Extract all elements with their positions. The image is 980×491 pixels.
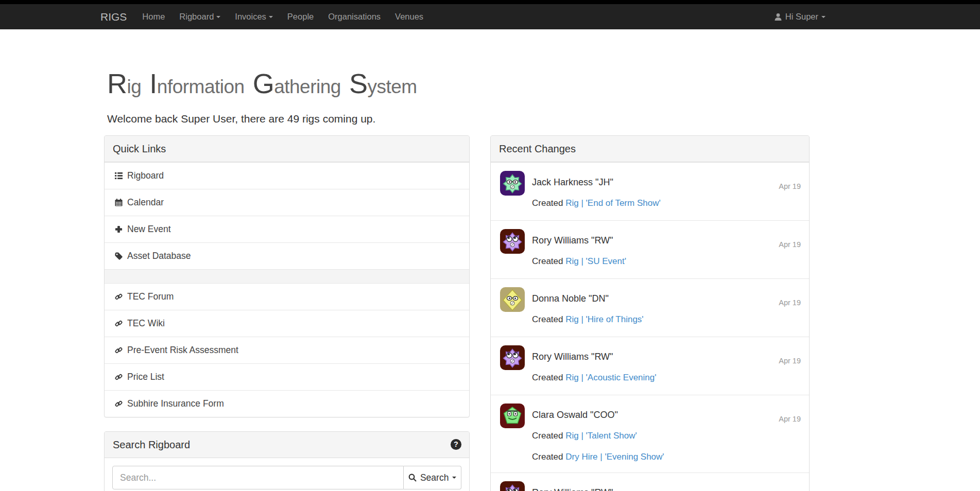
search-input[interactable] bbox=[112, 466, 404, 489]
recent-change-row: Apr 19 Rory Williams "RW" bbox=[491, 472, 809, 491]
chevron-down-icon bbox=[216, 16, 220, 18]
change-date: Apr 19 bbox=[779, 182, 801, 190]
recent-change-row: Apr 19 Donna Noble "DN" Created Rig | 'H… bbox=[491, 278, 809, 337]
nav-item-people[interactable]: People bbox=[280, 4, 321, 29]
change-link[interactable]: Rig | 'Acoustic Evening' bbox=[565, 373, 656, 382]
action-verb: Created bbox=[532, 198, 563, 208]
change-date: Apr 19 bbox=[779, 415, 801, 423]
avatar bbox=[500, 287, 525, 312]
person-name: Donna Noble "DN" bbox=[532, 293, 801, 304]
action-verb: Created bbox=[532, 373, 563, 382]
person-name: Clara Oswald "COO" bbox=[532, 410, 801, 420]
action-verb: Created bbox=[532, 314, 563, 324]
chevron-down-icon bbox=[821, 16, 826, 18]
brand-link[interactable]: RIGS bbox=[100, 11, 127, 23]
change-link[interactable]: Rig | 'Hire of Things' bbox=[565, 314, 643, 324]
search-button[interactable]: Search bbox=[404, 466, 461, 489]
nav-item-rigboard[interactable]: Rigboard bbox=[172, 4, 228, 29]
quick-link-pre-event-risk-assessment[interactable]: Pre-Event Risk Assessment bbox=[105, 337, 469, 363]
action-verb: Created bbox=[532, 452, 563, 462]
change-link[interactable]: Rig | 'SU Event' bbox=[565, 256, 626, 266]
nav-item-organisations[interactable]: Organisations bbox=[321, 4, 388, 29]
avatar bbox=[500, 481, 525, 491]
page-title: RigInformationGatheringSystem bbox=[107, 69, 980, 97]
user-menu[interactable]: Hi Super bbox=[774, 4, 826, 29]
nav-item-venues[interactable]: Venues bbox=[388, 4, 431, 29]
change-date: Apr 19 bbox=[779, 299, 801, 307]
plus-icon bbox=[115, 225, 123, 233]
link-icon bbox=[115, 293, 123, 301]
change-link[interactable]: Rig | 'End of Term Show' bbox=[565, 198, 660, 208]
quick-link-price-list[interactable]: Price List bbox=[105, 363, 469, 390]
quick-link-tec-wiki[interactable]: TEC Wiki bbox=[105, 310, 469, 337]
nav-item-home[interactable]: Home bbox=[135, 4, 172, 29]
link-icon bbox=[115, 400, 123, 408]
quick-link-rigboard[interactable]: Rigboard bbox=[105, 162, 469, 189]
link-icon bbox=[115, 346, 123, 354]
link-icon bbox=[115, 373, 123, 381]
user-greeting: Hi Super bbox=[785, 12, 818, 22]
quick-link-tec-forum[interactable]: TEC Forum bbox=[105, 283, 469, 310]
person-name: Jack Harkness "JH" bbox=[532, 177, 801, 188]
page-content: RigInformationGatheringSystem Welcome ba… bbox=[0, 69, 980, 491]
avatar bbox=[500, 345, 525, 370]
person-name: Rory Williams "RW" bbox=[532, 352, 801, 362]
quick-link-new-event[interactable]: New Event bbox=[105, 216, 469, 242]
person-name: Rory Williams "RW" bbox=[532, 235, 801, 246]
quick-links-separator bbox=[105, 269, 469, 283]
quick-links-title: Quick Links bbox=[105, 136, 469, 162]
chevron-down-icon bbox=[269, 16, 273, 18]
change-link[interactable]: Rig | 'Talent Show' bbox=[565, 431, 637, 441]
avatar bbox=[500, 171, 525, 196]
quick-links-panel: Quick Links Rigboard bbox=[104, 135, 470, 417]
avatar bbox=[500, 404, 525, 428]
quick-link-subhire-insurance-form[interactable]: Subhire Insurance Form bbox=[105, 390, 469, 417]
change-date: Apr 19 bbox=[779, 357, 801, 365]
change-link[interactable]: Dry Hire | 'Evening Show' bbox=[565, 452, 664, 462]
search-icon bbox=[408, 474, 417, 482]
recent-change-row: Apr 19 Rory Williams "RW" Created Rig | … bbox=[491, 337, 809, 395]
change-date: Apr 19 bbox=[779, 240, 801, 249]
tag-icon bbox=[115, 252, 123, 260]
recent-changes-panel: Recent Changes Apr 19 Jack Harkness "JH"… bbox=[490, 135, 810, 491]
search-rigboard-panel: Search Rigboard ? Search bbox=[104, 431, 470, 491]
recent-change-row: Apr 19 Jack Harkness "JH" Created Rig | … bbox=[491, 162, 809, 220]
link-icon bbox=[115, 320, 123, 327]
action-verb: Created bbox=[532, 431, 563, 441]
chevron-down-icon bbox=[452, 477, 456, 479]
avatar bbox=[500, 229, 525, 254]
quick-link-calendar[interactable]: Calendar bbox=[105, 189, 469, 216]
recent-change-row: Apr 19 Clara Oswald "COO" Created Rig | … bbox=[491, 395, 809, 472]
search-rigboard-title: Search Rigboard bbox=[113, 439, 190, 450]
calendar-icon bbox=[115, 199, 123, 206]
recent-change-row: Apr 19 Rory Williams "RW" Created Rig | … bbox=[491, 220, 809, 278]
help-icon[interactable]: ? bbox=[450, 439, 462, 450]
welcome-message: Welcome back Super User, there are 49 ri… bbox=[107, 113, 980, 125]
recent-changes-title: Recent Changes bbox=[491, 136, 809, 162]
list-icon bbox=[115, 172, 123, 180]
person-name: Rory Williams "RW" bbox=[532, 487, 801, 491]
action-verb: Created bbox=[532, 256, 563, 266]
window-top-strip bbox=[0, 0, 980, 4]
main-nav: Home Rigboard Invoices People Organisati… bbox=[135, 4, 431, 29]
navbar: RIGS Home Rigboard Invoices People Organ… bbox=[0, 4, 980, 29]
user-icon bbox=[774, 13, 782, 21]
svg-text:?: ? bbox=[454, 440, 458, 448]
quick-link-asset-database[interactable]: Asset Database bbox=[105, 242, 469, 269]
nav-item-invoices[interactable]: Invoices bbox=[228, 4, 280, 29]
